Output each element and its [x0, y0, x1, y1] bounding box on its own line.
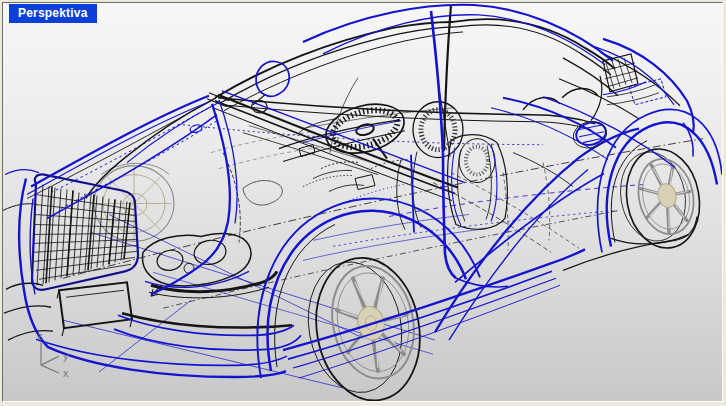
- rear-wheel: [614, 143, 707, 254]
- construction-lines: [51, 108, 643, 388]
- x-axis-line: [41, 365, 59, 373]
- y-axis-line: [41, 356, 59, 365]
- perspective-viewport[interactable]: Perspektiva: [2, 2, 723, 402]
- axis-label-z: z: [37, 330, 42, 342]
- wireframe-car-canvas: z y x: [3, 3, 722, 401]
- viewport-title-label: Perspektiva: [18, 6, 88, 20]
- axis-gizmo: z y x: [37, 330, 69, 379]
- viewport-title-tab[interactable]: Perspektiva: [9, 4, 97, 23]
- axis-label-x: x: [63, 367, 69, 379]
- axis-label-y: y: [63, 350, 69, 362]
- viewport-frame: Perspektiva: [0, 0, 726, 406]
